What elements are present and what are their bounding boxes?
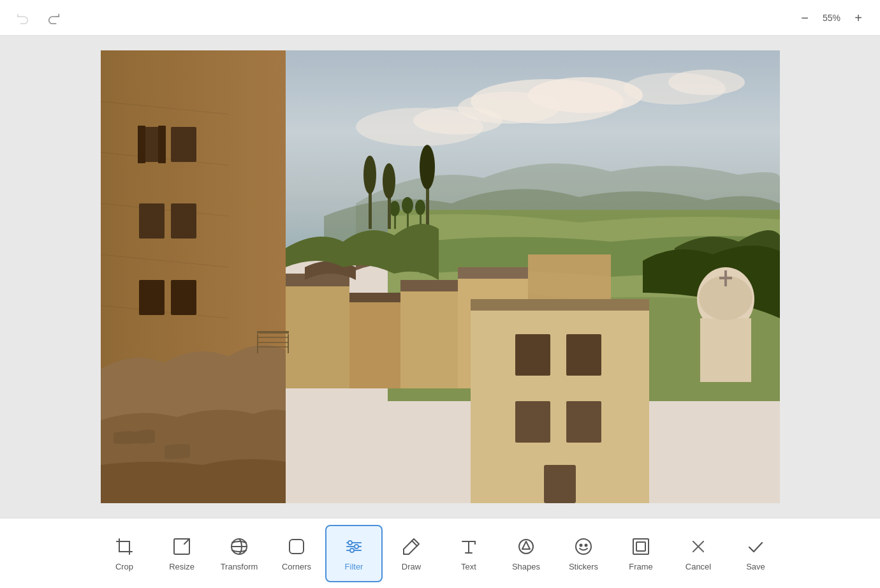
text-icon xyxy=(457,535,480,558)
stickers-label: Stickers xyxy=(569,562,598,571)
corners-icon xyxy=(285,535,308,558)
cancel-icon xyxy=(687,535,710,558)
corners-label: Corners xyxy=(282,562,311,571)
filter-tool[interactable]: Filter xyxy=(325,525,383,582)
filter-icon xyxy=(342,535,365,558)
transform-icon xyxy=(228,535,251,558)
resize-tool[interactable]: Resize xyxy=(153,525,210,582)
cancel-label: Cancel xyxy=(686,562,711,571)
text-tool[interactable]: Text xyxy=(440,525,497,582)
crop-label: Crop xyxy=(115,562,133,571)
cancel-tool[interactable]: Cancel xyxy=(670,525,727,582)
draw-tool[interactable]: Draw xyxy=(383,525,440,582)
shapes-icon xyxy=(515,535,538,558)
svg-point-70 xyxy=(348,541,352,545)
svg-rect-78 xyxy=(633,539,649,554)
bottom-toolbar: Crop Resize xyxy=(0,518,880,588)
save-icon xyxy=(744,535,767,558)
shapes-label: Shapes xyxy=(512,562,540,571)
resize-label: Resize xyxy=(169,562,194,571)
stickers-tool[interactable]: Stickers xyxy=(555,525,612,582)
zoom-level: 55% xyxy=(819,13,844,23)
svg-rect-79 xyxy=(636,542,645,551)
nav-controls xyxy=(13,8,64,28)
zoom-minus-icon: − xyxy=(801,11,809,24)
shapes-tool[interactable]: Shapes xyxy=(497,525,555,582)
undo-button[interactable] xyxy=(13,8,33,28)
save-tool[interactable]: Save xyxy=(727,525,784,582)
draw-label: Draw xyxy=(402,562,421,571)
crop-icon xyxy=(113,535,136,558)
draw-icon xyxy=(400,535,423,558)
top-bar: − 55% + xyxy=(0,0,880,36)
zoom-plus-icon: + xyxy=(854,11,862,24)
svg-rect-66 xyxy=(290,540,304,554)
svg-point-76 xyxy=(580,545,582,547)
stickers-icon xyxy=(572,535,595,558)
svg-point-75 xyxy=(576,539,591,554)
photo xyxy=(101,50,780,503)
frame-icon xyxy=(629,535,652,558)
image-container xyxy=(101,50,780,503)
frame-tool[interactable]: Frame xyxy=(612,525,670,582)
transform-label: Transform xyxy=(221,562,258,571)
transform-tool[interactable]: Transform xyxy=(210,525,268,582)
save-label: Save xyxy=(746,562,765,571)
svg-rect-63 xyxy=(101,50,780,503)
toolbar-items: Crop Resize xyxy=(96,525,784,582)
svg-point-77 xyxy=(585,545,587,547)
svg-point-72 xyxy=(350,548,354,552)
corners-tool[interactable]: Corners xyxy=(268,525,325,582)
zoom-controls: − 55% + xyxy=(796,9,867,27)
filter-label: Filter xyxy=(345,562,363,571)
zoom-out-button[interactable]: − xyxy=(796,9,814,27)
canvas-area xyxy=(0,36,880,518)
zoom-in-button[interactable]: + xyxy=(849,9,867,27)
svg-point-71 xyxy=(355,545,358,548)
frame-label: Frame xyxy=(629,562,653,571)
redo-button[interactable] xyxy=(43,8,64,28)
text-label: Text xyxy=(461,562,476,571)
resize-icon xyxy=(170,535,193,558)
crop-tool[interactable]: Crop xyxy=(96,525,153,582)
